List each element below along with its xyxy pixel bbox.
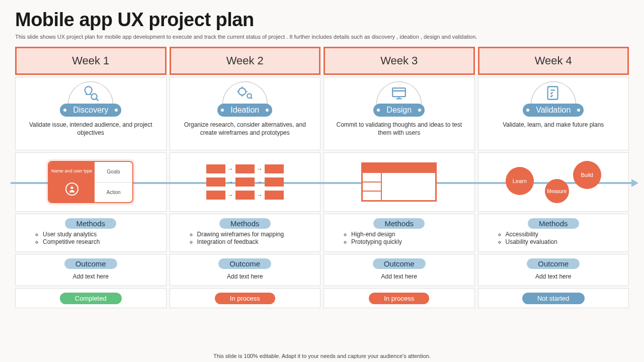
- methods-cell: Methods Drawing wireframes for mapping I…: [170, 214, 321, 252]
- status-cell: Not started: [478, 288, 629, 308]
- page-subtitle: This slide shows UX project plan for mob…: [15, 34, 629, 40]
- outcome-cell: Outcome Add text here: [15, 254, 167, 286]
- user-icon: [65, 183, 78, 196]
- status-cell: In process: [170, 288, 321, 308]
- illustration-cell: [324, 152, 475, 212]
- ideation-icon: [222, 81, 268, 104]
- svg-point-1: [70, 187, 73, 189]
- status-badge: Completed: [60, 293, 122, 304]
- wireframe-illustration: [361, 162, 437, 202]
- plan-grid: Week 1 Discovery Validate issue, intende…: [15, 47, 629, 308]
- week-column: Week 1 Discovery Validate issue, intende…: [15, 47, 167, 308]
- method-item: User study analytics: [43, 231, 161, 238]
- learn-circle: Learn: [506, 167, 534, 195]
- outcome-text: Add text here: [535, 273, 571, 280]
- week-header: Week 4: [478, 47, 629, 75]
- outcome-text: Add text here: [381, 273, 417, 280]
- status-cell: In process: [324, 288, 475, 308]
- methods-cell: Methods High-end design Prototyping quic…: [324, 214, 475, 252]
- phase-cell: Ideation Organize research, consider alt…: [170, 77, 321, 150]
- outcome-badge: Outcome: [527, 258, 580, 269]
- persona-card-illustration: Name and user type Goals Action: [48, 161, 133, 203]
- outcome-cell: Outcome Add text here: [170, 254, 321, 286]
- status-badge: Not started: [522, 293, 585, 304]
- phase-badge: Discovery: [60, 104, 121, 117]
- phase-desc: Validate, learn, and make future plans: [503, 121, 604, 129]
- status-badge: In process: [369, 293, 429, 304]
- design-icon: [376, 81, 422, 104]
- week-column: Week 4 Validation Validate, learn, and m…: [478, 47, 629, 308]
- method-item: Prototyping quickly: [351, 238, 469, 245]
- outcome-text: Add text here: [227, 273, 263, 280]
- persona-name-label: Name and user type: [51, 168, 92, 173]
- measure-circle: Measure: [545, 179, 569, 203]
- method-item: Integration of feedback: [197, 238, 315, 245]
- svg-point-2: [238, 88, 246, 95]
- discovery-icon: [68, 81, 113, 104]
- phase-cell: Discovery Validate issue, intended audie…: [15, 77, 167, 150]
- method-item: Competitive research: [43, 238, 161, 245]
- week-header: Week 1: [15, 47, 167, 75]
- methods-cell: Methods User study analytics Competitive…: [15, 214, 167, 252]
- method-item: Usability evaluation: [506, 238, 624, 245]
- method-item: Accessibility: [506, 231, 624, 238]
- week-header: Week 2: [170, 47, 321, 75]
- phase-desc: Validate issue, intended audience, and p…: [21, 121, 161, 137]
- phase-cell: Design Commit to validating thoughts and…: [324, 77, 475, 150]
- footer-note: This slide is 100% editable. Adapt it to…: [0, 353, 644, 359]
- outcome-text: Add text here: [73, 273, 109, 280]
- page-title: Mobile app UX project plan: [15, 9, 629, 31]
- build-circle: Build: [573, 161, 601, 189]
- week-column: Week 3 Design Commit to validating thoug…: [324, 47, 475, 308]
- week-column: Week 2 Ideation Organize research, consi…: [170, 47, 321, 308]
- svg-rect-4: [393, 88, 406, 97]
- illustration-cell: →→ →→ →→: [170, 152, 321, 212]
- status-cell: Completed: [15, 288, 167, 308]
- illustration-cell: Name and user type Goals Action: [15, 152, 167, 212]
- phase-badge: Design: [373, 104, 425, 117]
- phase-desc: Commit to validating thoughts and ideas …: [329, 121, 469, 137]
- methods-badge: Methods: [219, 218, 271, 229]
- phase-badge: Validation: [523, 104, 584, 117]
- method-item: High-end design: [351, 231, 469, 238]
- status-badge: In process: [215, 293, 275, 304]
- phase-badge: Ideation: [217, 104, 272, 117]
- methods-badge: Methods: [373, 218, 425, 229]
- method-item: Drawing wireframes for mapping: [197, 231, 315, 238]
- methods-badge: Methods: [65, 218, 116, 229]
- validation-icon: [531, 81, 576, 104]
- phase-desc: Organize research, consider alternatives…: [175, 121, 315, 137]
- outcome-badge: Outcome: [373, 258, 426, 269]
- persona-action-label: Action: [95, 183, 132, 203]
- outcome-badge: Outcome: [218, 258, 271, 269]
- methods-cell: Methods Accessibility Usability evaluati…: [478, 214, 629, 252]
- week-header: Week 3: [324, 47, 475, 75]
- methods-badge: Methods: [528, 218, 579, 229]
- outcome-cell: Outcome Add text here: [324, 254, 475, 286]
- persona-goals-label: Goals: [95, 162, 132, 183]
- svg-point-0: [92, 94, 97, 99]
- cycle-illustration: Learn Build Measure: [506, 158, 601, 206]
- outcome-cell: Outcome Add text here: [478, 254, 629, 286]
- flowchart-illustration: →→ →→ →→: [206, 164, 284, 200]
- outcome-badge: Outcome: [64, 258, 117, 269]
- illustration-cell: Learn Build Measure: [478, 152, 629, 212]
- phase-cell: Validation Validate, learn, and make fut…: [478, 77, 629, 150]
